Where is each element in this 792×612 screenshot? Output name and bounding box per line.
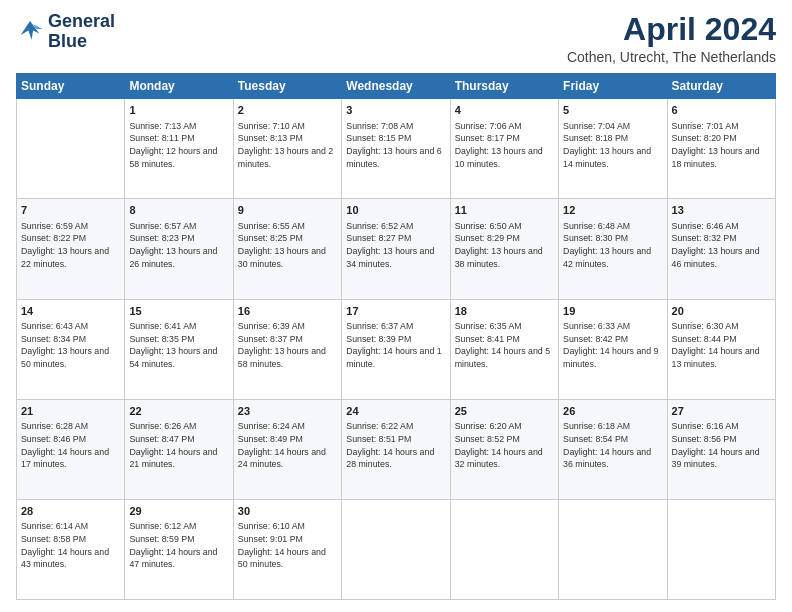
col-tuesday: Tuesday (233, 74, 341, 99)
col-sunday: Sunday (17, 74, 125, 99)
cell-content: Sunrise: 6:46 AMSunset: 8:32 PMDaylight:… (672, 220, 771, 271)
title-area: April 2024 Cothen, Utrecht, The Netherla… (567, 12, 776, 65)
cell-content: Sunrise: 6:10 AMSunset: 9:01 PMDaylight:… (238, 520, 337, 571)
day-number: 25 (455, 404, 554, 419)
table-row: 19Sunrise: 6:33 AMSunset: 8:42 PMDayligh… (559, 299, 667, 399)
cell-content: Sunrise: 7:13 AMSunset: 8:11 PMDaylight:… (129, 120, 228, 171)
day-number: 10 (346, 203, 445, 218)
day-number: 7 (21, 203, 120, 218)
cell-content: Sunrise: 6:30 AMSunset: 8:44 PMDaylight:… (672, 320, 771, 371)
subtitle: Cothen, Utrecht, The Netherlands (567, 49, 776, 65)
table-row: 24Sunrise: 6:22 AMSunset: 8:51 PMDayligh… (342, 399, 450, 499)
day-number: 28 (21, 504, 120, 519)
week-row-1: 7Sunrise: 6:59 AMSunset: 8:22 PMDaylight… (17, 199, 776, 299)
cell-content: Sunrise: 7:04 AMSunset: 8:18 PMDaylight:… (563, 120, 662, 171)
day-number: 19 (563, 304, 662, 319)
col-monday: Monday (125, 74, 233, 99)
day-number: 8 (129, 203, 228, 218)
day-number: 6 (672, 103, 771, 118)
table-row: 7Sunrise: 6:59 AMSunset: 8:22 PMDaylight… (17, 199, 125, 299)
table-row: 23Sunrise: 6:24 AMSunset: 8:49 PMDayligh… (233, 399, 341, 499)
day-number: 27 (672, 404, 771, 419)
page: General Blue April 2024 Cothen, Utrecht,… (0, 0, 792, 612)
cell-content: Sunrise: 6:22 AMSunset: 8:51 PMDaylight:… (346, 420, 445, 471)
table-row: 2Sunrise: 7:10 AMSunset: 8:13 PMDaylight… (233, 99, 341, 199)
table-row: 12Sunrise: 6:48 AMSunset: 8:30 PMDayligh… (559, 199, 667, 299)
table-row: 3Sunrise: 7:08 AMSunset: 8:15 PMDaylight… (342, 99, 450, 199)
day-number: 18 (455, 304, 554, 319)
table-row: 4Sunrise: 7:06 AMSunset: 8:17 PMDaylight… (450, 99, 558, 199)
cell-content: Sunrise: 7:06 AMSunset: 8:17 PMDaylight:… (455, 120, 554, 171)
cell-content: Sunrise: 6:48 AMSunset: 8:30 PMDaylight:… (563, 220, 662, 271)
day-number: 11 (455, 203, 554, 218)
col-wednesday: Wednesday (342, 74, 450, 99)
table-row: 25Sunrise: 6:20 AMSunset: 8:52 PMDayligh… (450, 399, 558, 499)
table-row: 26Sunrise: 6:18 AMSunset: 8:54 PMDayligh… (559, 399, 667, 499)
table-row: 9Sunrise: 6:55 AMSunset: 8:25 PMDaylight… (233, 199, 341, 299)
cell-content: Sunrise: 6:28 AMSunset: 8:46 PMDaylight:… (21, 420, 120, 471)
table-row: 8Sunrise: 6:57 AMSunset: 8:23 PMDaylight… (125, 199, 233, 299)
svg-marker-0 (21, 21, 40, 40)
table-row: 13Sunrise: 6:46 AMSunset: 8:32 PMDayligh… (667, 199, 775, 299)
logo-icon (16, 18, 44, 46)
header: General Blue April 2024 Cothen, Utrecht,… (16, 12, 776, 65)
day-number: 16 (238, 304, 337, 319)
cell-content: Sunrise: 7:08 AMSunset: 8:15 PMDaylight:… (346, 120, 445, 171)
day-number: 2 (238, 103, 337, 118)
week-row-4: 28Sunrise: 6:14 AMSunset: 8:58 PMDayligh… (17, 499, 776, 599)
cell-content: Sunrise: 7:10 AMSunset: 8:13 PMDaylight:… (238, 120, 337, 171)
cell-content: Sunrise: 6:24 AMSunset: 8:49 PMDaylight:… (238, 420, 337, 471)
logo-text-line2: Blue (48, 32, 115, 52)
cell-content: Sunrise: 6:37 AMSunset: 8:39 PMDaylight:… (346, 320, 445, 371)
table-row (17, 99, 125, 199)
logo-text-line1: General (48, 12, 115, 32)
logo: General Blue (16, 12, 115, 52)
cell-content: Sunrise: 6:26 AMSunset: 8:47 PMDaylight:… (129, 420, 228, 471)
table-row: 21Sunrise: 6:28 AMSunset: 8:46 PMDayligh… (17, 399, 125, 499)
cell-content: Sunrise: 6:59 AMSunset: 8:22 PMDaylight:… (21, 220, 120, 271)
table-row: 16Sunrise: 6:39 AMSunset: 8:37 PMDayligh… (233, 299, 341, 399)
day-number: 13 (672, 203, 771, 218)
calendar-table: Sunday Monday Tuesday Wednesday Thursday… (16, 73, 776, 600)
cell-content: Sunrise: 6:12 AMSunset: 8:59 PMDaylight:… (129, 520, 228, 571)
cell-content: Sunrise: 6:55 AMSunset: 8:25 PMDaylight:… (238, 220, 337, 271)
col-friday: Friday (559, 74, 667, 99)
cell-content: Sunrise: 6:33 AMSunset: 8:42 PMDaylight:… (563, 320, 662, 371)
cell-content: Sunrise: 6:39 AMSunset: 8:37 PMDaylight:… (238, 320, 337, 371)
table-row: 20Sunrise: 6:30 AMSunset: 8:44 PMDayligh… (667, 299, 775, 399)
day-number: 30 (238, 504, 337, 519)
cell-content: Sunrise: 6:50 AMSunset: 8:29 PMDaylight:… (455, 220, 554, 271)
day-number: 23 (238, 404, 337, 419)
day-number: 12 (563, 203, 662, 218)
table-row: 22Sunrise: 6:26 AMSunset: 8:47 PMDayligh… (125, 399, 233, 499)
table-row: 30Sunrise: 6:10 AMSunset: 9:01 PMDayligh… (233, 499, 341, 599)
day-number: 21 (21, 404, 120, 419)
table-row: 11Sunrise: 6:50 AMSunset: 8:29 PMDayligh… (450, 199, 558, 299)
col-saturday: Saturday (667, 74, 775, 99)
cell-content: Sunrise: 6:41 AMSunset: 8:35 PMDaylight:… (129, 320, 228, 371)
day-number: 9 (238, 203, 337, 218)
cell-content: Sunrise: 7:01 AMSunset: 8:20 PMDaylight:… (672, 120, 771, 171)
cell-content: Sunrise: 6:35 AMSunset: 8:41 PMDaylight:… (455, 320, 554, 371)
table-row: 17Sunrise: 6:37 AMSunset: 8:39 PMDayligh… (342, 299, 450, 399)
table-row: 1Sunrise: 7:13 AMSunset: 8:11 PMDaylight… (125, 99, 233, 199)
cell-content: Sunrise: 6:20 AMSunset: 8:52 PMDaylight:… (455, 420, 554, 471)
table-row (559, 499, 667, 599)
cell-content: Sunrise: 6:18 AMSunset: 8:54 PMDaylight:… (563, 420, 662, 471)
day-number: 29 (129, 504, 228, 519)
table-row: 6Sunrise: 7:01 AMSunset: 8:20 PMDaylight… (667, 99, 775, 199)
day-number: 3 (346, 103, 445, 118)
week-row-0: 1Sunrise: 7:13 AMSunset: 8:11 PMDaylight… (17, 99, 776, 199)
table-row: 5Sunrise: 7:04 AMSunset: 8:18 PMDaylight… (559, 99, 667, 199)
day-number: 22 (129, 404, 228, 419)
day-number: 24 (346, 404, 445, 419)
table-row: 27Sunrise: 6:16 AMSunset: 8:56 PMDayligh… (667, 399, 775, 499)
day-number: 26 (563, 404, 662, 419)
day-number: 1 (129, 103, 228, 118)
day-number: 5 (563, 103, 662, 118)
table-row: 14Sunrise: 6:43 AMSunset: 8:34 PMDayligh… (17, 299, 125, 399)
day-number: 17 (346, 304, 445, 319)
header-row: Sunday Monday Tuesday Wednesday Thursday… (17, 74, 776, 99)
table-row: 15Sunrise: 6:41 AMSunset: 8:35 PMDayligh… (125, 299, 233, 399)
day-number: 15 (129, 304, 228, 319)
